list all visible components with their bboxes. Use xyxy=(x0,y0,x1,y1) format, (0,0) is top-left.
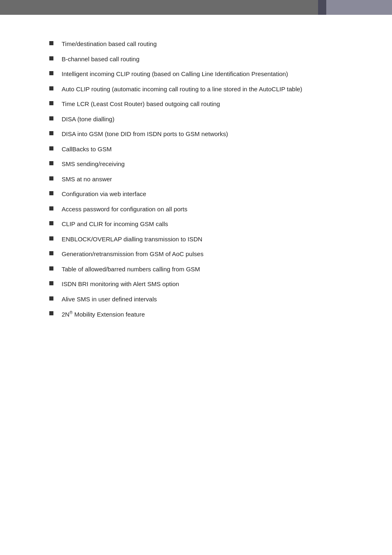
list-item: DISA (tone dialling) xyxy=(49,115,359,124)
list-item: SMS at no answer xyxy=(49,175,359,184)
list-item-text: DISA into GSM (tone DID from ISDN ports … xyxy=(62,130,359,139)
list-item-text: 2N® Mobility Extension feature xyxy=(62,310,359,319)
list-item-text: Time LCR (Least Cost Router) based outgo… xyxy=(62,99,359,109)
bullet-icon xyxy=(49,266,53,271)
list-item-text: Time/destination based call routing xyxy=(62,39,359,49)
list-item-text: Configuration via web interface xyxy=(62,190,359,199)
bullet-icon xyxy=(49,41,53,45)
bullet-icon xyxy=(49,176,53,180)
list-item-text: DISA (tone dialling) xyxy=(62,115,359,124)
list-item: Table of allowed/barred numbers calling … xyxy=(49,265,359,274)
bullet-icon xyxy=(49,161,53,165)
header-bar-left xyxy=(0,0,318,15)
list-item: Intelligent incoming CLIP routing (based… xyxy=(49,69,359,79)
list-item-text: CLIP and CLIR for incoming GSM calls xyxy=(62,220,359,229)
list-item-text: ENBLOCK/OVERLAP dialling transmission to… xyxy=(62,235,359,244)
bullet-icon xyxy=(49,236,53,240)
list-item-text: ISDN BRI monitoring with Alert SMS optio… xyxy=(62,280,359,289)
list-item: SMS sending/receiving xyxy=(49,160,359,169)
list-item: Alive SMS in user defined intervals xyxy=(49,295,359,304)
list-item-text: Alive SMS in user defined intervals xyxy=(62,295,359,304)
list-item: CLIP and CLIR for incoming GSM calls xyxy=(49,220,359,229)
list-item: Auto CLIP routing (automatic incoming ca… xyxy=(49,85,359,94)
list-item-text: Generation/retransmission from GSM of Ao… xyxy=(62,250,359,259)
list-item-text: Intelligent incoming CLIP routing (based… xyxy=(62,69,359,79)
list-item: Access password for configuration on all… xyxy=(49,205,359,214)
header-bar xyxy=(0,0,392,15)
bullet-icon xyxy=(49,221,53,225)
header-bar-right xyxy=(326,0,392,15)
bullet-icon xyxy=(49,281,53,285)
bullet-icon xyxy=(49,311,53,315)
list-item: CallBacks to GSM xyxy=(49,145,359,154)
list-item: Configuration via web interface xyxy=(49,190,359,199)
bullet-icon xyxy=(49,191,53,195)
list-item-text: Auto CLIP routing (automatic incoming ca… xyxy=(62,85,359,94)
bullet-icon xyxy=(49,251,53,255)
bullet-icon xyxy=(49,296,53,301)
list-item: 2N® Mobility Extension feature xyxy=(49,310,359,319)
list-item: Time/destination based call routing xyxy=(49,39,359,49)
list-item-text: Table of allowed/barred numbers calling … xyxy=(62,265,359,274)
list-item-text: SMS at no answer xyxy=(62,175,359,184)
list-item: ENBLOCK/OVERLAP dialling transmission to… xyxy=(49,235,359,244)
bullet-icon xyxy=(49,56,53,60)
list-item-text: B-channel based call routing xyxy=(62,55,359,64)
bullet-icon xyxy=(49,86,53,90)
list-item: B-channel based call routing xyxy=(49,55,359,64)
bullet-icon xyxy=(49,146,53,150)
bullet-icon xyxy=(49,206,53,210)
bullet-icon xyxy=(49,131,53,135)
list-item: Generation/retransmission from GSM of Ao… xyxy=(49,250,359,259)
header-bar-accent xyxy=(318,0,326,15)
list-item: Time LCR (Least Cost Router) based outgo… xyxy=(49,99,359,109)
list-item-text: CallBacks to GSM xyxy=(62,145,359,154)
bullet-icon xyxy=(49,101,53,105)
feature-list: Time/destination based call routingB-cha… xyxy=(49,39,359,319)
list-item-text: SMS sending/receiving xyxy=(62,160,359,169)
list-item: DISA into GSM (tone DID from ISDN ports … xyxy=(49,130,359,139)
bullet-icon xyxy=(49,116,53,120)
bullet-icon xyxy=(49,71,53,75)
list-item: ISDN BRI monitoring with Alert SMS optio… xyxy=(49,280,359,289)
list-item-text: Access password for configuration on all… xyxy=(62,205,359,214)
content-area: Time/destination based call routingB-cha… xyxy=(0,15,392,350)
